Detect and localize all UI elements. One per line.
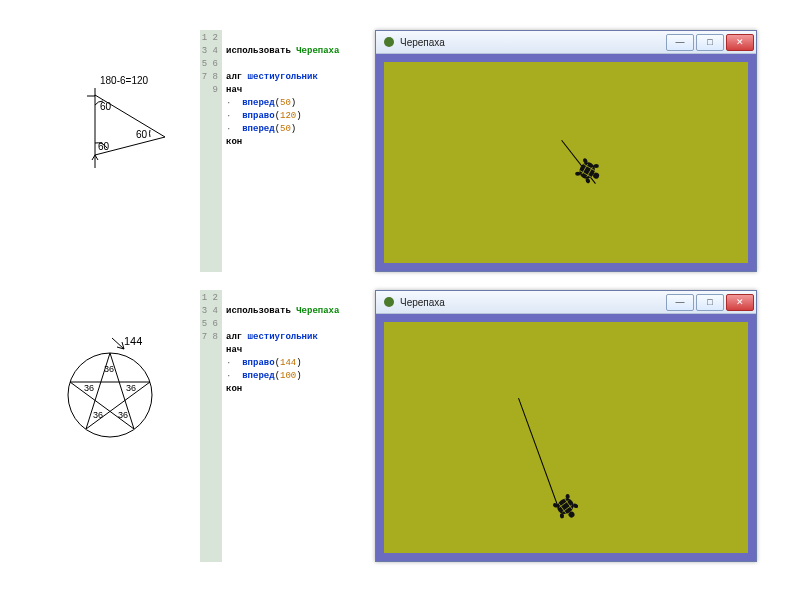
code-editor-1: 1 2 3 4 5 6 7 8 9 использовать Черепаха … [200,30,375,272]
line-gutter: 1 2 3 4 5 6 7 8 [200,290,222,562]
minimize-button[interactable]: — [666,294,694,311]
window-title: Черепаха [400,37,666,48]
svg-point-20 [384,297,394,307]
turtle-canvas [384,62,748,263]
turtle-app-icon [382,35,396,49]
triangle-diagram: 180-6=120 60 60 60 [0,30,200,272]
window-title: Черепаха [400,297,666,308]
svg-point-25 [565,493,570,499]
svg-point-8 [593,164,598,168]
svg-text:60: 60 [100,101,112,112]
star-outer-angle: 144 [124,335,142,347]
maximize-button[interactable]: □ [696,294,724,311]
maximize-button[interactable]: □ [696,34,724,51]
canvas-frame [376,314,756,561]
svg-text:60: 60 [98,141,110,152]
minimize-button[interactable]: — [666,34,694,51]
star-diagram: 144 36 36 36 36 36 [0,290,200,562]
turtle-window-2: Черепаха — □ ✕ [375,290,757,562]
turtle-window-1: Черепаха — □ ✕ [375,30,757,272]
svg-point-5 [384,37,394,47]
svg-text:36: 36 [118,410,128,420]
turtle-canvas [384,322,748,553]
svg-point-11 [575,171,580,175]
line-gutter: 1 2 3 4 5 6 7 8 9 [200,30,222,272]
formula-text: 180-6=120 [100,75,149,86]
close-button[interactable]: ✕ [726,34,754,51]
turtle-app-icon [382,295,396,309]
svg-text:36: 36 [126,383,136,393]
turtle-trail [518,398,558,506]
svg-text:36: 36 [93,410,103,420]
svg-text:36: 36 [104,364,114,374]
canvas-frame [376,54,756,271]
close-button[interactable]: ✕ [726,294,754,311]
svg-text:36: 36 [84,383,94,393]
svg-text:60: 60 [136,129,148,140]
code-editor-2: 1 2 3 4 5 6 7 8 использовать Черепаха ал… [200,290,375,562]
